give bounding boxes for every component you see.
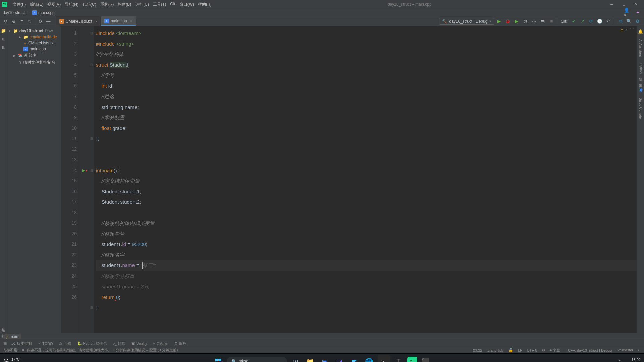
more-run-icon[interactable]: ⋯ <box>530 18 538 25</box>
git-update-icon[interactable]: ⟳ <box>587 18 595 25</box>
git-history-icon[interactable]: 🕓 <box>596 18 603 25</box>
inspection-widget[interactable]: ⚠ 4 ˆ ˇ <box>620 28 634 32</box>
app-icon-last[interactable]: ⬛ <box>419 355 432 362</box>
tree-item-main.cpp[interactable]: cmain.cpp <box>7 46 61 52</box>
bottom-tool-终端[interactable]: >_终端 <box>113 341 126 346</box>
close-button[interactable]: ✕ <box>630 0 642 8</box>
menu-工具(T)[interactable]: 工具(T) <box>151 2 168 7</box>
ai-assistant-label[interactable]: AI Assistant <box>639 38 642 58</box>
taskview-icon[interactable]: ⊞ <box>289 355 302 362</box>
ide-assist-icon[interactable]: ✦ <box>634 9 641 16</box>
start-button[interactable] <box>212 355 225 362</box>
baidu-comate-icon[interactable]: ◉ <box>639 87 643 92</box>
profile-icon[interactable]: ◔ <box>522 18 529 25</box>
notifications-icon[interactable]: 🔔 <box>638 29 643 34</box>
chevron-up-icon[interactable]: ˆ <box>630 28 631 32</box>
tree-item-外部库[interactable]: ▶📚外部库 <box>7 52 61 59</box>
clion-taskbar-icon[interactable]: CL <box>407 357 417 362</box>
debug-button[interactable]: 🐞 <box>504 18 512 25</box>
bottom-tool-CMake[interactable]: △CMake <box>153 341 168 346</box>
lock-icon[interactable]: 🔓 <box>508 348 513 352</box>
chevron-down-icon[interactable]: ˇ <box>633 28 634 32</box>
structure-label[interactable]: 结构 <box>1 324 6 326</box>
grid-icon[interactable]: ▦ <box>3 341 7 346</box>
chrome-icon[interactable]: 🌐 <box>363 355 376 362</box>
tree-item-cmake-build-de[interactable]: ▶📁cmake-build-de <box>7 34 61 40</box>
bottom-tool-Python 软件包[interactable]: 🐍Python 软件包 <box>77 341 107 346</box>
explorer-icon[interactable]: 📁 <box>304 355 317 362</box>
menu-重构(R)[interactable]: 重构(R) <box>98 2 116 7</box>
git-commit-icon[interactable]: ✔ <box>570 18 577 25</box>
hide-icon[interactable]: — <box>45 18 52 25</box>
filter-icon[interactable]: ⚟ <box>26 18 34 25</box>
bookmarks-label[interactable]: 书签 <box>1 330 6 333</box>
collapse-icon[interactable]: ≡ <box>18 18 25 25</box>
tab-CMakeLists.txt[interactable]: ▲CMakeLists.txt× <box>56 16 101 26</box>
menu-导航(N)[interactable]: 导航(N) <box>63 2 80 7</box>
database-label[interactable]: 数据库 <box>638 80 643 83</box>
member-crumb-main[interactable]: ƒ main <box>3 334 21 339</box>
project-tree[interactable]: ▾ 📁 day10-struct D:\w ▶📁cmake-build-de▲C… <box>7 26 61 333</box>
breadcrumb-project[interactable]: day10-struct <box>3 10 25 15</box>
ide-settings-icon[interactable]: ⚙ <box>634 18 641 25</box>
bottom-tool-TODO[interactable]: ✓TODO <box>38 341 53 346</box>
coverage-icon[interactable]: ▶̣ <box>513 18 520 25</box>
menu-窗口(W)[interactable]: 窗口(W) <box>177 2 196 7</box>
terminal-icon[interactable]: >_ <box>378 355 390 362</box>
git-branch[interactable]: ⎇ master <box>616 348 633 352</box>
run-line-icon[interactable]: ▶ <box>82 165 85 176</box>
tray-chevron-icon[interactable]: ˄ <box>619 359 621 362</box>
minimize-button[interactable]: ─ <box>606 0 618 8</box>
stop-button[interactable]: ■ <box>548 18 555 25</box>
weather-widget[interactable]: 🌤 17°C 局部晴朗 <box>3 357 25 362</box>
clang-tidy-status[interactable]: .clang-tidy <box>487 348 504 352</box>
menu-代码(C)[interactable]: 代码(C) <box>80 2 98 7</box>
run-configuration-selector[interactable]: 🔨 day10_struct | Debug ▾ <box>439 18 494 25</box>
bottom-tool-Vcpkg[interactable]: ▣Vcpkg <box>131 341 147 346</box>
maximize-button[interactable]: ☐ <box>618 0 630 8</box>
settings-gear-icon[interactable]: ⚙ <box>37 18 44 25</box>
close-tab-icon[interactable]: × <box>130 19 132 23</box>
structure-tool-icon[interactable]: ◧ <box>2 45 5 49</box>
menu-运行(U)[interactable]: 运行(U) <box>133 2 151 7</box>
expand-all-icon[interactable]: ⊕ <box>10 18 17 25</box>
tree-item-CMakeLists.txt[interactable]: ▲CMakeLists.txt <box>7 40 61 46</box>
menu-视图(V)[interactable]: 视图(V) <box>45 2 63 7</box>
bottom-tool-版本控制[interactable]: ⎇版本控制 <box>11 341 32 346</box>
taskbar-search[interactable]: 🔍 搜索 <box>227 357 287 362</box>
menu-构建(B)[interactable]: 构建(B) <box>116 2 133 7</box>
mem-indicator-icon[interactable]: ▭ <box>638 348 641 352</box>
run-marker-icon[interactable]: ● <box>85 165 88 176</box>
baidu-comate-label[interactable]: Baidu Comate <box>639 96 642 120</box>
attach-icon[interactable]: ⬒ <box>539 18 546 25</box>
run-button[interactable]: ▶ <box>495 18 503 25</box>
editor[interactable]: 1234567891011121314151617181920212223242… <box>61 26 637 333</box>
tab-main.cpp[interactable]: cmain.cpp× <box>101 16 136 26</box>
caret-position[interactable]: 23:22 <box>473 348 482 352</box>
file-encoding[interactable]: UTF-8 <box>527 348 537 352</box>
app-icon-1[interactable]: ▣ <box>319 355 331 362</box>
menu-Git[interactable]: Git <box>168 2 177 7</box>
tree-item-临时文件和控制台[interactable]: 🗒临时文件和控制台 <box>7 59 61 66</box>
indent-setting[interactable]: 4 个空... <box>550 348 563 353</box>
text-app-icon[interactable]: T <box>392 355 405 362</box>
code-area[interactable]: #include <iostream>#include <string>//学生… <box>94 26 637 333</box>
search-everywhere-icon[interactable]: 🔍 <box>625 18 633 25</box>
sync-icon[interactable]: ⟳ <box>2 18 9 25</box>
bottom-tool-服务[interactable]: ⚙服务 <box>174 341 186 346</box>
close-tab-icon[interactable]: × <box>95 19 97 23</box>
line-separator[interactable]: LF <box>518 348 522 352</box>
bottom-tool-问题[interactable]: ⚠问题 <box>59 341 71 346</box>
menu-编辑(E)[interactable]: 编辑(E) <box>28 2 45 7</box>
git-push-icon[interactable]: ↗ <box>579 18 586 25</box>
taskbar-time[interactable]: 15:02 <box>624 358 641 362</box>
context-config[interactable]: C++: day10_struct | Debug <box>568 348 612 352</box>
menu-帮助(H)[interactable]: 帮助(H) <box>196 2 214 7</box>
app-icon-2[interactable]: ◪ <box>333 355 346 362</box>
python-pkg-label[interactable]: Python 软件包 <box>638 62 643 76</box>
commit-tool-icon[interactable]: ⊞ <box>2 37 5 41</box>
app-icon-3[interactable]: ◩ <box>348 355 361 362</box>
user-icon[interactable]: 👤▾ <box>624 9 631 16</box>
project-tool-icon[interactable]: 📁 <box>1 28 6 33</box>
breadcrumb-file[interactable]: c main.cpp <box>32 10 55 15</box>
